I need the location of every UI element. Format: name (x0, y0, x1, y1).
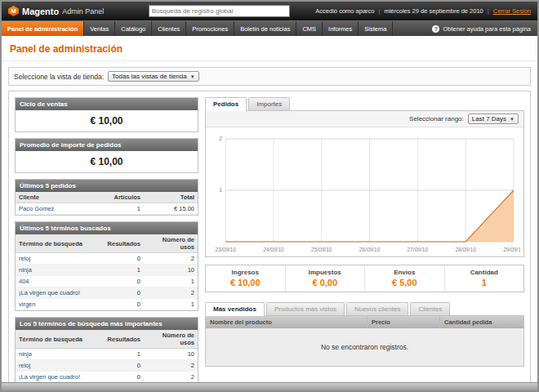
table-row[interactable]: virgen01 (16, 299, 198, 310)
tab-importes[interactable]: Importes (248, 97, 290, 110)
last-orders-box: Últimos 5 pedidos ClienteArtículosTotalP… (15, 179, 198, 216)
stat-label: Envíos (365, 269, 444, 276)
svg-text:2: 2 (219, 136, 222, 142)
nav-item-cms[interactable]: CMS (296, 21, 323, 36)
stat-label: Cantidad (445, 269, 524, 276)
magento-admin-window: M Magento Admin Panel Accedió como aparc… (0, 0, 539, 392)
svg-text:26/09/10: 26/09/10 (359, 247, 381, 252)
range-label: Seleccionar rango: (409, 115, 464, 122)
table-row[interactable]: reloj02 (16, 360, 198, 372)
table-cell: 10 (144, 349, 198, 360)
stat-envios: Envíos€ 5,00 (364, 265, 444, 292)
column-header: Término de búsqueda (16, 234, 101, 253)
table-cell: 404 (16, 276, 101, 287)
table-cell: 0 (101, 276, 144, 287)
store-view-bar: Seleccione la vista de tienda: Todas las… (8, 67, 531, 86)
store-view-label: Seleccione la vista de tienda: (14, 73, 104, 81)
table-cell: ninja (16, 349, 101, 360)
column-header: Número de usos (144, 234, 198, 253)
top-search-terms-title: Los 5 términos de búsqueda más important… (16, 318, 198, 330)
table-cell: 1 (144, 299, 198, 310)
nav-item-panel-de-administracion[interactable]: Panel de administración (2, 21, 84, 36)
tab-mas-vendidos[interactable]: Más vendidos (205, 302, 265, 316)
table-row[interactable]: ninja110 (16, 349, 198, 360)
table-cell: 1 (101, 203, 144, 215)
table-cell: 2 (144, 372, 198, 383)
range-select[interactable]: Last 7 Days ▼ (468, 114, 519, 124)
logout-link[interactable]: Cerrar Sesión (493, 7, 531, 15)
header-user-info: Accedió como aparco | miércoles 29 de se… (315, 7, 531, 15)
table-row[interactable]: 40401 (16, 276, 198, 287)
help-icon: ? (432, 25, 439, 33)
table-cell: 2 (144, 287, 198, 299)
chevron-down-icon: ▼ (510, 117, 514, 122)
global-search (129, 5, 309, 17)
stat-label: Ingresos (206, 269, 285, 276)
magento-logo: M Magento Admin Panel (8, 6, 122, 16)
separator: | (488, 7, 489, 15)
table-cell: reloj (16, 360, 101, 372)
table-row[interactable]: ninja110 (16, 265, 198, 276)
table-cell: 0 (101, 360, 144, 372)
svg-text:1: 1 (219, 188, 222, 194)
svg-text:25/09/10: 25/09/10 (311, 247, 332, 252)
table-cell: ¡La virgen que cuadro! (16, 372, 101, 383)
stat-value: € 5,00 (365, 278, 444, 287)
dashboard-left-column: Ciclo de ventas € 10,00 Promedio de impo… (15, 97, 198, 392)
column-header: Total (144, 192, 198, 203)
header-bar: M Magento Admin Panel Accedió como aparc… (2, 2, 537, 20)
table-row[interactable]: reloj02 (16, 253, 198, 265)
empty-message: No se encontraron registros. (206, 328, 523, 366)
table-cell: 0 (101, 287, 144, 299)
column-header: Cliente (16, 192, 101, 203)
column-header: Precio (368, 316, 440, 328)
top-search-terms-box: Los 5 términos de búsqueda más important… (15, 317, 198, 392)
last-search-terms-title: Últimos 5 términos buscados (16, 222, 198, 234)
tab-pedidos[interactable]: Pedidos (205, 97, 247, 111)
tab-nuevos-clientes[interactable]: Nuevos clientes (346, 302, 408, 315)
table-cell: 0 (101, 299, 144, 310)
products-panel: Nombre del productoPrecioCantidad pedida… (205, 315, 524, 367)
header-date: miércoles 29 de septiembre de 2010 (384, 7, 483, 15)
table-cell: € 15.00 (144, 203, 198, 215)
svg-text:29/09/10: 29/09/10 (503, 247, 520, 252)
nav-item-clientes[interactable]: Clientes (152, 21, 186, 36)
stat-value: 1 (445, 278, 524, 287)
nav-item-ventas[interactable]: Ventas (84, 21, 115, 36)
last-orders-table: ClienteArtículosTotalPaco Gomez1€ 15.00 (16, 192, 198, 215)
last-search-terms-table: Término de búsquedaResultadosNúmero de u… (16, 234, 198, 310)
orders-chart: 1223/09/1024/09/1025/09/1026/09/1027/09/… (206, 127, 523, 256)
table-row[interactable]: ¡La virgen que cuadro!02 (16, 287, 198, 299)
table-cell: 10 (144, 265, 198, 276)
nav-item-promociones[interactable]: Promociones (186, 21, 234, 36)
table-cell: 1 (101, 349, 144, 360)
average-orders-value: € 10,00 (16, 151, 198, 172)
nav-item-sistema[interactable]: Sistema (359, 21, 393, 36)
help-link[interactable]: ? Obtener ayuda para esta página (425, 21, 537, 36)
logged-in-as: Accedió como aparco (315, 7, 374, 15)
store-view-select[interactable]: Todas las vistas de tienda ▼ (108, 71, 199, 82)
column-header: Resultados (101, 330, 144, 349)
nav-item-informes[interactable]: Informes (323, 21, 359, 36)
table-row[interactable]: ¡La virgen que cuadro!02 (16, 372, 198, 383)
help-label: Obtener ayuda para esta página (443, 25, 531, 33)
magento-logo-icon: M (8, 6, 19, 16)
table-cell: reloj (16, 253, 101, 265)
stat-label: Impuestos (286, 269, 365, 276)
svg-text:24/09/10: 24/09/10 (263, 247, 284, 252)
lifetime-sales-box: Ciclo de ventas € 10,00 (15, 97, 198, 132)
column-header: Término de búsqueda (16, 330, 101, 349)
table-row[interactable]: Paco Gomez1€ 15.00 (16, 203, 198, 215)
stat-value: € 0,00 (286, 278, 365, 287)
dashboard-tabs: PedidosImportes (205, 97, 524, 110)
tab-productos-mas-vistos[interactable]: Productos más vistos (266, 302, 345, 315)
nav-item-catalogo[interactable]: Catálogo (115, 21, 152, 36)
global-search-input[interactable] (149, 5, 290, 17)
chevron-down-icon: ▼ (190, 74, 195, 79)
stat-value: € 10,00 (206, 278, 285, 287)
products-table: Nombre del productoPrecioCantidad pedida (206, 316, 523, 328)
nav-item-boletin-de-noticias[interactable]: Boletín de noticias (234, 21, 296, 36)
table-cell: ninja (16, 265, 101, 276)
stat-impuestos: Impuestos€ 0,00 (285, 265, 365, 292)
tab-clientes[interactable]: Clientes (410, 302, 450, 315)
